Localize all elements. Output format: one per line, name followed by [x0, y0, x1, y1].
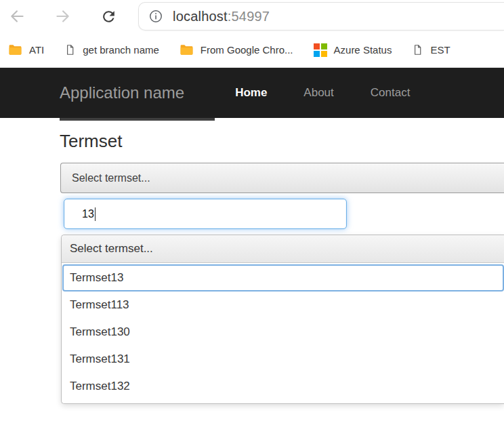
back-arrow-icon	[9, 7, 26, 25]
navbar-brand[interactable]: Application name	[60, 83, 184, 102]
folder-icon	[8, 44, 22, 56]
bookmark-label: EST	[430, 44, 450, 56]
text-caret	[95, 207, 96, 221]
app-navbar: Application name Home About Contact	[0, 68, 504, 118]
url-text: localhost:54997	[173, 9, 270, 24]
refresh-icon	[100, 8, 117, 25]
browser-chrome: localhost:54997 ATI get branch name From…	[0, 0, 504, 68]
nav-link-home[interactable]: Home	[217, 86, 285, 100]
microsoft-logo-icon	[314, 43, 327, 57]
nav-link-contact[interactable]: Contact	[352, 86, 429, 100]
dropdown-option-termset131[interactable]: Termset131	[62, 346, 504, 373]
forward-button[interactable]	[50, 4, 75, 28]
termset-select[interactable]: Select termset...	[60, 163, 504, 193]
bookmark-azure-status[interactable]: Azure Status	[314, 43, 392, 57]
document-icon	[64, 43, 76, 57]
dropdown-option-termset130[interactable]: Termset130	[62, 319, 504, 346]
navbar-brand-underline	[60, 118, 215, 121]
url-host: localhost	[173, 9, 228, 24]
page-title: Termset	[60, 131, 504, 152]
dropdown-option-termset113[interactable]: Termset113	[62, 291, 504, 319]
bookmarks-bar: ATI get branch name From Google Chro... …	[0, 33, 504, 68]
forward-arrow-icon	[54, 7, 71, 25]
dropdown-option-termset13[interactable]: Termset13	[62, 264, 504, 291]
bookmark-label: ATI	[29, 44, 44, 56]
termset-search-input[interactable]: 13	[64, 199, 347, 229]
dropdown-option-termset132[interactable]: Termset132	[62, 373, 504, 400]
info-icon[interactable]	[148, 9, 163, 24]
nav-link-about[interactable]: About	[285, 86, 352, 100]
page-content: Termset Select termset... 13 Select term…	[0, 131, 504, 404]
bookmark-from-google-chrome[interactable]: From Google Chro...	[180, 44, 293, 56]
bookmark-label: get branch name	[83, 44, 159, 56]
bookmark-ati[interactable]: ATI	[8, 44, 44, 56]
url-port: :54997	[228, 9, 270, 24]
refresh-button[interactable]	[96, 4, 121, 28]
dropdown-option-placeholder[interactable]: Select termset...	[62, 235, 504, 263]
bookmark-est[interactable]: EST	[412, 43, 450, 57]
back-button[interactable]	[5, 4, 30, 28]
address-bar[interactable]: localhost:54997	[138, 2, 504, 31]
bookmark-label: From Google Chro...	[201, 44, 293, 56]
bookmark-label: Azure Status	[334, 44, 392, 56]
folder-icon	[180, 44, 194, 56]
document-icon	[412, 43, 423, 57]
termset-select-label: Select termset...	[72, 172, 150, 184]
browser-toolbar: localhost:54997	[0, 0, 504, 33]
search-input-value: 13	[82, 208, 94, 220]
termset-dropdown-list: Select termset... Termset13 Termset113 T…	[61, 235, 504, 404]
bookmark-get-branch-name[interactable]: get branch name	[64, 43, 159, 57]
